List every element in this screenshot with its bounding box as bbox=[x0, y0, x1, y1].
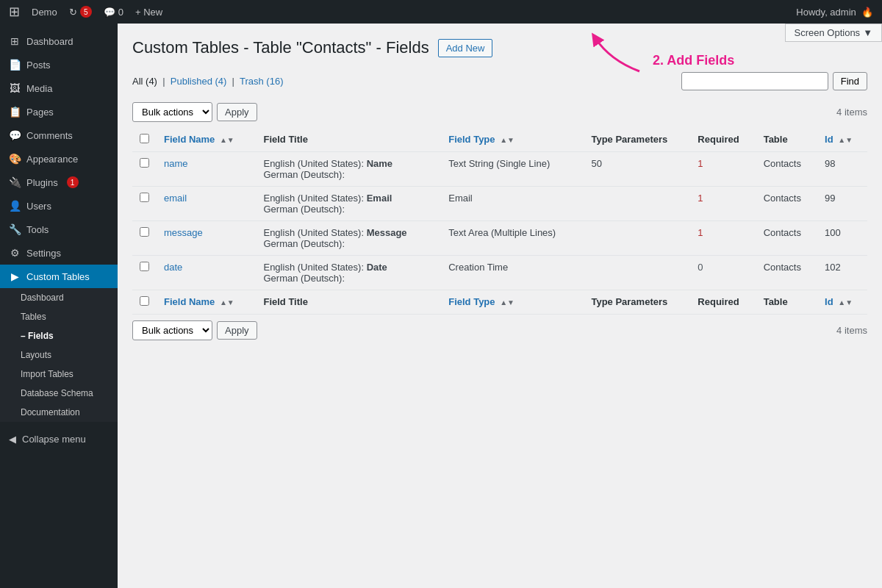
required-value-0: 1 bbox=[698, 158, 703, 169]
field-title-val1-0: Name bbox=[367, 158, 392, 169]
screen-options-bar: Screen Options ▼ bbox=[785, 24, 882, 42]
submenu-layouts[interactable]: Layouts bbox=[0, 345, 118, 365]
row-field-type-2: Text Area (Multiple Lines) bbox=[441, 221, 584, 256]
field-title-lang1-0: English (United States): bbox=[263, 158, 364, 169]
filter-published[interactable]: Published (4) bbox=[171, 76, 227, 87]
sidebar-item-users[interactable]: 👤 Users bbox=[0, 194, 118, 218]
row-table-0: Contacts bbox=[756, 152, 817, 187]
row-check-3[interactable] bbox=[140, 262, 149, 271]
add-fields-annotation: 2. Add Fields bbox=[588, 31, 734, 75]
footer-required: Required bbox=[690, 290, 756, 315]
sidebar-item-label: Settings bbox=[26, 248, 61, 259]
sidebar-item-label: Pages bbox=[26, 107, 54, 118]
submenu-database-schema[interactable]: Database Schema bbox=[0, 384, 118, 403]
row-id-0: 98 bbox=[817, 152, 867, 187]
screen-options-button[interactable]: Screen Options ▼ bbox=[786, 24, 881, 41]
row-check-0[interactable] bbox=[140, 158, 149, 168]
header-field-title: Field Title bbox=[256, 128, 441, 152]
field-name-link-1[interactable]: email bbox=[164, 193, 187, 204]
field-title-lang1-1: English (United States): bbox=[263, 193, 364, 204]
tablenav-top: Bulk actions Apply 4 items bbox=[132, 102, 867, 122]
updates-item[interactable]: ↻ 5 bbox=[69, 6, 92, 18]
sidebar-item-plugins[interactable]: 🔌 Plugins 1 bbox=[0, 171, 118, 194]
row-table-3: Contacts bbox=[756, 256, 817, 290]
collapse-icon: ◀ bbox=[9, 434, 16, 445]
footer-field-name[interactable]: Field Name ▲▼ bbox=[157, 290, 256, 315]
submenu-documentation[interactable]: Documentation bbox=[0, 403, 118, 422]
row-field-type-1: Email bbox=[441, 187, 584, 221]
row-field-title-0: English (United States): Name German (De… bbox=[256, 152, 441, 187]
screen-options-label: Screen Options bbox=[795, 27, 861, 38]
sidebar-item-tools[interactable]: 🔧 Tools bbox=[0, 218, 118, 241]
submenu-tables[interactable]: Tables bbox=[0, 307, 118, 326]
row-field-name-0: name bbox=[157, 152, 256, 187]
sidebar-item-label: Comments bbox=[26, 130, 73, 141]
sidebar-item-posts[interactable]: 📄 Posts bbox=[0, 53, 118, 76]
bulk-actions-select-bottom[interactable]: Bulk actions bbox=[132, 320, 212, 340]
collapse-menu-button[interactable]: ◀ Collapse menu bbox=[0, 428, 118, 451]
bulk-actions-select-top[interactable]: Bulk actions bbox=[132, 102, 212, 122]
table-row: name English (United States): Name Germa… bbox=[132, 152, 867, 187]
row-field-name-3: date bbox=[157, 256, 256, 290]
sidebar-item-pages[interactable]: 📋 Pages bbox=[0, 100, 118, 123]
header-id[interactable]: Id ▲▼ bbox=[817, 128, 867, 152]
sidebar-item-label: Users bbox=[26, 201, 51, 212]
sidebar-item-comments[interactable]: 💬 Comments bbox=[0, 123, 118, 147]
check-all-checkbox[interactable] bbox=[140, 134, 149, 143]
main-content: Custom Tables - Table "Contacts" - Field… bbox=[118, 24, 882, 588]
new-content-item[interactable]: + New bbox=[135, 7, 162, 18]
required-value-2: 1 bbox=[698, 227, 703, 238]
row-check-2[interactable] bbox=[140, 227, 149, 237]
comments-item[interactable]: 💬 0 bbox=[104, 7, 123, 18]
field-title-lang2-3: German (Deutsch): bbox=[263, 273, 345, 284]
sidebar-item-custom-tables[interactable]: ▶ Custom Tables bbox=[0, 265, 118, 288]
add-new-button[interactable]: Add New bbox=[438, 39, 493, 57]
sidebar-item-media[interactable]: 🖼 Media bbox=[0, 76, 118, 100]
field-name-link-2[interactable]: message bbox=[164, 227, 203, 238]
field-name-link-3[interactable]: date bbox=[164, 262, 182, 273]
appearance-icon: 🎨 bbox=[9, 153, 21, 165]
site-name-label: Demo bbox=[32, 7, 57, 18]
footer-id[interactable]: Id ▲▼ bbox=[817, 290, 867, 315]
header-row: Custom Tables - Table "Contacts" - Field… bbox=[132, 38, 867, 63]
row-required-0: 1 bbox=[690, 152, 756, 187]
apply-button-bottom[interactable]: Apply bbox=[217, 321, 257, 340]
sidebar-item-label: Media bbox=[26, 83, 52, 94]
sidebar-item-dashboard[interactable]: ⊞ Dashboard bbox=[0, 29, 118, 53]
field-name-link-0[interactable]: name bbox=[164, 158, 188, 169]
filter-trash[interactable]: Trash (16) bbox=[240, 76, 283, 87]
row-check-1[interactable] bbox=[140, 193, 149, 202]
tools-icon: 🔧 bbox=[9, 223, 21, 235]
submenu-fields[interactable]: – Fields bbox=[0, 326, 118, 345]
header-type-parameters: Type Parameters bbox=[584, 128, 690, 152]
screen-options-arrow-icon: ▼ bbox=[863, 27, 872, 38]
check-all-footer-checkbox[interactable] bbox=[140, 296, 149, 306]
submenu-dashboard[interactable]: Dashboard bbox=[0, 288, 118, 307]
find-button[interactable]: Find bbox=[833, 72, 867, 90]
row-field-type-3: Creation Time bbox=[441, 256, 584, 290]
header-table: Table bbox=[756, 128, 817, 152]
wp-logo-icon[interactable]: ⊞ bbox=[9, 4, 20, 20]
row-field-type-0: Text String (Single Line) bbox=[441, 152, 584, 187]
sort-arrows-icon: ▲▼ bbox=[500, 136, 514, 144]
sidebar-item-settings[interactable]: ⚙ Settings bbox=[0, 241, 118, 265]
sidebar-item-appearance[interactable]: 🎨 Appearance bbox=[0, 147, 118, 171]
user-greeting[interactable]: Howdy, admin 🔥 bbox=[796, 7, 873, 18]
apply-button-top[interactable]: Apply bbox=[217, 103, 257, 121]
custom-tables-icon: ▶ bbox=[9, 270, 21, 282]
row-field-title-1: English (United States): Email German (D… bbox=[256, 187, 441, 221]
pages-icon: 📋 bbox=[9, 106, 21, 118]
site-name[interactable]: Demo bbox=[32, 7, 57, 18]
sidebar-item-label: Posts bbox=[26, 60, 51, 71]
footer-field-type[interactable]: Field Type ▲▼ bbox=[441, 290, 584, 315]
sidebar-item-label: Appearance bbox=[26, 154, 78, 165]
filter-all[interactable]: All (4) bbox=[132, 76, 157, 87]
updates-count: 5 bbox=[80, 6, 92, 18]
header-field-name[interactable]: Field Name ▲▼ bbox=[157, 128, 256, 152]
row-type-params-1 bbox=[584, 187, 690, 221]
field-title-lang2-2: German (Deutsch): bbox=[263, 238, 345, 249]
submenu-import-tables[interactable]: Import Tables bbox=[0, 365, 118, 384]
header-field-type[interactable]: Field Type ▲▼ bbox=[441, 128, 584, 152]
new-content-label: + New bbox=[135, 7, 162, 18]
row-required-1: 1 bbox=[690, 187, 756, 221]
